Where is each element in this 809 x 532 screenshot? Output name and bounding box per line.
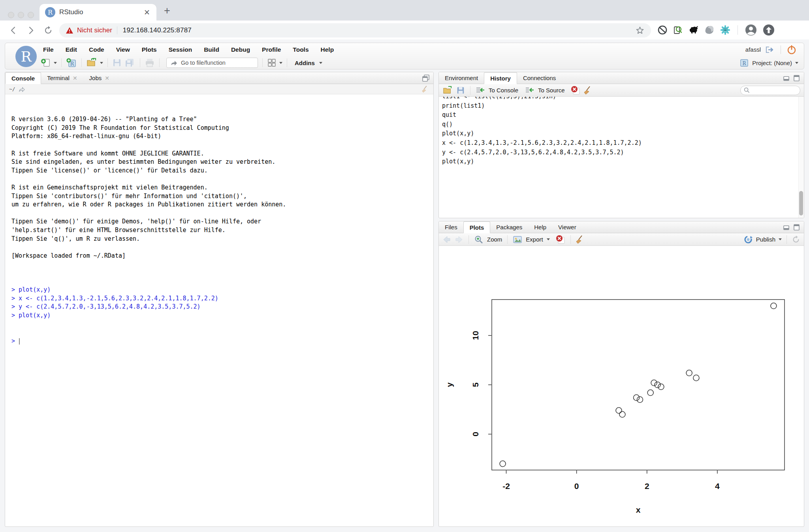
forward-icon[interactable] bbox=[26, 26, 36, 35]
open-file-caret-icon[interactable] bbox=[100, 62, 103, 64]
project-selector[interactable]: Project: (None) bbox=[752, 60, 792, 66]
history-entry[interactable]: quit bbox=[442, 111, 801, 120]
reload-icon[interactable] bbox=[43, 26, 53, 35]
clear-all-plots-icon[interactable] bbox=[576, 235, 585, 244]
new-file-caret-icon[interactable] bbox=[54, 62, 57, 64]
clear-history-icon[interactable] bbox=[584, 86, 593, 95]
tab-console[interactable]: Console bbox=[5, 72, 41, 84]
tab-jobs[interactable]: Jobs✕ bbox=[83, 72, 115, 84]
back-icon[interactable] bbox=[9, 26, 18, 35]
menu-item-help[interactable]: Help bbox=[321, 46, 334, 53]
window-minimize-button[interactable] bbox=[18, 12, 24, 18]
history-entry[interactable]: list1 <- list(c(2,5,3),21.3,sin) bbox=[442, 97, 801, 101]
menu-item-file[interactable]: File bbox=[43, 46, 54, 53]
history-list[interactable]: list1 <- list(c(2,5,3),21.3,sin)print(li… bbox=[439, 97, 804, 218]
window-maximize-button[interactable] bbox=[28, 12, 34, 18]
history-scrollbar[interactable] bbox=[798, 97, 804, 218]
console-prompt-line[interactable]: > bbox=[11, 337, 427, 346]
tab-plots[interactable]: Plots bbox=[463, 221, 491, 233]
save-all-icon[interactable] bbox=[124, 58, 135, 67]
to-source-button[interactable]: To Source bbox=[538, 87, 565, 94]
history-entry[interactable]: plot(x,y) bbox=[442, 129, 801, 139]
menu-item-debug[interactable]: Debug bbox=[231, 46, 250, 53]
tab-packages[interactable]: Packages bbox=[490, 221, 528, 233]
tab-close-icon[interactable]: ✕ bbox=[73, 75, 77, 81]
tab-terminal[interactable]: Terminal✕ bbox=[41, 72, 83, 84]
refresh-plot-icon[interactable] bbox=[792, 235, 800, 244]
console-output[interactable]: R version 3.6.0 (2019-04-26) -- "Plantin… bbox=[5, 94, 433, 366]
zoom-plot-icon[interactable] bbox=[474, 235, 484, 244]
bull-extension-icon[interactable] bbox=[688, 25, 699, 35]
menu-item-profile[interactable]: Profile bbox=[262, 46, 281, 53]
address-bar[interactable]: Nicht sicher 192.168.140.225:8787 bbox=[59, 23, 651, 37]
save-history-icon[interactable] bbox=[456, 86, 465, 95]
clear-console-icon[interactable] bbox=[421, 85, 429, 93]
history-entry[interactable]: print(list1) bbox=[442, 101, 801, 111]
remove-history-entry-icon[interactable] bbox=[571, 86, 580, 95]
sign-out-icon[interactable] bbox=[765, 45, 775, 54]
tab-help[interactable]: Help bbox=[528, 221, 552, 233]
bookmark-star-icon[interactable] bbox=[635, 26, 645, 35]
menu-item-plots[interactable]: Plots bbox=[142, 46, 157, 53]
history-search-input[interactable] bbox=[740, 86, 800, 95]
publish-icon[interactable] bbox=[743, 235, 753, 244]
publish-button[interactable]: Publish bbox=[756, 236, 775, 243]
profile-avatar[interactable] bbox=[745, 24, 757, 36]
addins-button[interactable]: Addins bbox=[295, 60, 315, 66]
print-icon[interactable] bbox=[145, 58, 155, 67]
export-plot-icon[interactable] bbox=[513, 235, 522, 244]
maximize-pane-icon[interactable] bbox=[793, 224, 800, 230]
tab-close-icon[interactable]: ✕ bbox=[105, 75, 109, 81]
remove-plot-icon[interactable] bbox=[556, 235, 565, 244]
tab-close-icon[interactable]: ✕ bbox=[143, 8, 151, 17]
to-console-button[interactable]: To Console bbox=[489, 87, 518, 94]
menu-item-session[interactable]: Session bbox=[169, 46, 192, 53]
security-warning-icon[interactable] bbox=[66, 27, 73, 34]
restore-pane-icon[interactable] bbox=[422, 75, 429, 82]
menu-item-view[interactable]: View bbox=[116, 46, 130, 53]
history-entry[interactable]: plot(x,y) bbox=[442, 157, 801, 167]
blocker-extension-icon[interactable] bbox=[657, 25, 668, 35]
tab-history[interactable]: History bbox=[484, 72, 517, 84]
tab-connections[interactable]: Connections bbox=[517, 72, 562, 84]
next-plot-icon[interactable] bbox=[455, 236, 463, 244]
menu-item-tools[interactable]: Tools bbox=[293, 46, 309, 53]
goto-directory-icon[interactable] bbox=[19, 86, 25, 92]
open-file-icon[interactable] bbox=[86, 58, 97, 67]
minimize-pane-icon[interactable] bbox=[783, 75, 790, 81]
gear-extension-icon[interactable] bbox=[720, 24, 731, 36]
to-console-icon[interactable] bbox=[476, 86, 485, 94]
tab-files[interactable]: Files bbox=[439, 221, 463, 233]
history-entry[interactable]: y <- c(2.4,5.7,2.0,-3,13,5,6.2,4.8,4.2,3… bbox=[442, 148, 801, 157]
goto-file-search[interactable]: Go to file/function bbox=[166, 58, 258, 68]
maximize-pane-icon[interactable] bbox=[793, 75, 800, 81]
to-source-icon[interactable] bbox=[525, 86, 534, 94]
moon-extension-icon[interactable] bbox=[704, 25, 715, 35]
previous-plot-icon[interactable] bbox=[442, 236, 451, 244]
search-extension-icon[interactable] bbox=[673, 25, 683, 35]
menu-item-code[interactable]: Code bbox=[89, 46, 104, 53]
browser-update-icon[interactable] bbox=[762, 24, 775, 36]
window-close-button[interactable] bbox=[8, 12, 14, 18]
tab-viewer[interactable]: Viewer bbox=[552, 221, 582, 233]
menu-item-build[interactable]: Build bbox=[204, 46, 219, 53]
minimize-pane-icon[interactable] bbox=[783, 224, 790, 230]
history-entry[interactable]: q() bbox=[442, 120, 801, 129]
addins-caret-icon[interactable] bbox=[319, 62, 322, 64]
tab-environment[interactable]: Environment bbox=[439, 72, 484, 84]
new-tab-button[interactable]: + bbox=[161, 5, 173, 17]
menu-item-edit[interactable]: Edit bbox=[66, 46, 77, 53]
scrollbar-thumb[interactable] bbox=[799, 191, 803, 215]
load-history-icon[interactable] bbox=[442, 86, 453, 95]
save-icon[interactable] bbox=[112, 58, 122, 67]
new-project-icon[interactable]: R bbox=[66, 58, 77, 68]
panes-caret-icon[interactable] bbox=[279, 62, 282, 64]
quit-session-icon[interactable] bbox=[786, 45, 797, 55]
new-file-icon[interactable] bbox=[41, 58, 51, 67]
workspace-panes-icon[interactable] bbox=[267, 58, 277, 67]
export-plot-button[interactable]: Export bbox=[526, 236, 543, 243]
publish-caret-icon[interactable] bbox=[779, 238, 782, 240]
browser-tab[interactable]: R RStudio ✕ bbox=[40, 4, 156, 21]
project-caret-icon[interactable] bbox=[795, 62, 798, 64]
history-entry[interactable]: x <- c(1.2,3.4,1.3,-2.1,5.6,2.3,3.2,2.4,… bbox=[442, 139, 801, 148]
